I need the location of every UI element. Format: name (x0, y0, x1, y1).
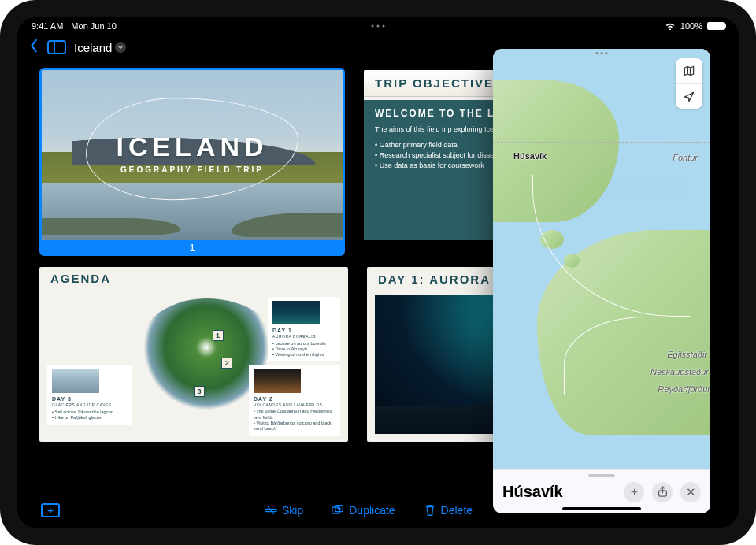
slideover-grabber[interactable] (596, 52, 608, 54)
map-label-neskaupstadur[interactable]: Neskaupstaður (650, 367, 709, 376)
document-title-text: Iceland (74, 41, 112, 54)
share-button[interactable] (652, 482, 673, 502)
home-indicator[interactable] (562, 507, 641, 510)
duplicate-button[interactable]: Duplicate (332, 504, 395, 517)
battery-percent: 100% (680, 21, 702, 31)
agenda-day3-card: DAY 3 GLACIERS AND ICE CAVES • Sail acro… (47, 365, 132, 425)
slide-thumbnail-3[interactable]: AGENDA 1 2 3 DAY 1 AURORA BOREALIS • Lec… (39, 267, 348, 442)
map-label-fontur[interactable]: Fontur (673, 153, 698, 162)
map-mode-button[interactable] (676, 58, 702, 83)
place-title: Húsavík (502, 483, 624, 501)
map-controls (676, 58, 702, 109)
status-time: 9:41 AM (32, 21, 63, 31)
skip-button[interactable]: Skip (265, 504, 303, 517)
sidebar-toggle-button[interactable] (47, 40, 66, 54)
battery-icon (707, 22, 724, 30)
slide3-heading: AGENDA (39, 267, 348, 290)
close-button[interactable]: ✕ (680, 482, 701, 502)
map-label-husavik[interactable]: Húsavík (513, 151, 547, 161)
map-marker-3: 3 (194, 386, 205, 397)
locate-me-button[interactable] (676, 83, 702, 109)
slide1-title: ICELAND (42, 132, 343, 162)
add-place-button[interactable]: ＋ (624, 482, 644, 502)
document-title[interactable]: Iceland (74, 41, 126, 54)
slide1-subtitle: GEOGRAPHY FIELD TRIP (42, 165, 343, 174)
map-marker-2: 2 (221, 358, 232, 369)
sheet-grabber[interactable] (588, 474, 615, 477)
add-slide-button[interactable]: + (41, 503, 60, 517)
maps-slideover-panel[interactable]: Húsavík Fontur Egilsstaðir Neskaupstaður… (493, 49, 710, 513)
svg-line-1 (268, 506, 274, 514)
map-canvas[interactable]: Húsavík Fontur Egilsstaðir Neskaupstaður… (493, 49, 710, 513)
slide-number: 1 (42, 242, 343, 254)
back-button[interactable] (28, 39, 39, 56)
map-marker-1: 1 (213, 330, 224, 341)
wifi-icon (665, 21, 676, 32)
status-bar: 9:41 AM Mon Jun 10 100% (17, 17, 739, 35)
chevron-down-icon (115, 42, 126, 53)
agenda-day1-card: DAY 1 AURORA BOREALIS • Lecture on auror… (268, 297, 340, 361)
slide-thumbnail-1[interactable]: ICELAND GEOGRAPHY FIELD TRIP 1 (39, 68, 345, 256)
map-label-reydarfjordur[interactable]: Reyðarfjörður (658, 384, 710, 394)
map-label-egilsstadir[interactable]: Egilsstaðir (667, 350, 707, 359)
duplicate-label: Duplicate (349, 504, 395, 517)
delete-label: Delete (441, 504, 472, 517)
skip-label: Skip (282, 504, 303, 517)
multitasking-dots[interactable] (372, 25, 385, 28)
status-date: Mon Jun 10 (71, 21, 116, 31)
agenda-day2-card: DAY 2 VOLCANOES AND LAVA FIELDS • Trip t… (249, 365, 340, 436)
delete-button[interactable]: Delete (424, 504, 472, 517)
